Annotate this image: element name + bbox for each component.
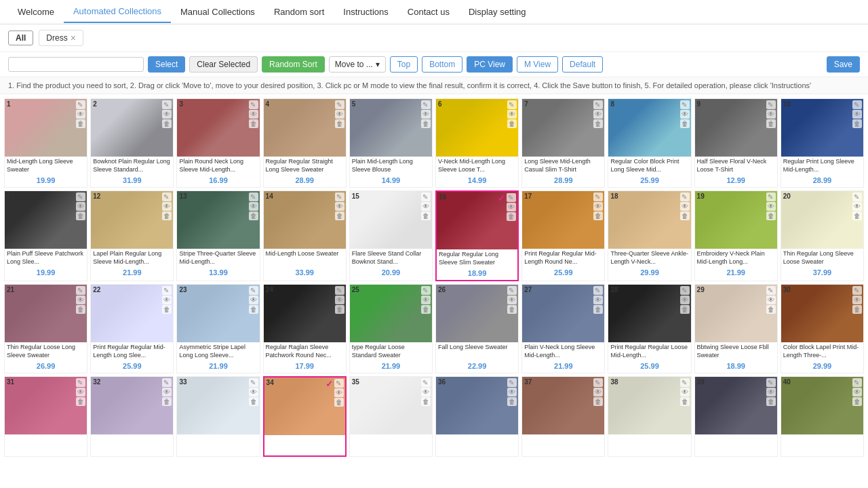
eye-icon[interactable]: 👁 bbox=[852, 388, 862, 396]
delete-icon[interactable]: 🗑 bbox=[507, 119, 517, 128]
delete-icon[interactable]: 🗑 bbox=[852, 397, 862, 406]
edit-icon[interactable]: ✎ bbox=[249, 192, 258, 201]
delete-icon[interactable]: 🗑 bbox=[421, 397, 431, 406]
delete-icon[interactable]: 🗑 bbox=[421, 119, 431, 128]
delete-icon[interactable]: 🗑 bbox=[766, 211, 776, 220]
edit-icon[interactable]: ✎ bbox=[76, 378, 85, 387]
edit-icon[interactable]: ✎ bbox=[335, 286, 344, 295]
product-card[interactable]: 16 ✎ 👁 🗑 ✓ Regular Regular Long Sleeve S… bbox=[435, 190, 519, 281]
edit-icon[interactable]: ✎ bbox=[680, 192, 690, 201]
eye-icon[interactable]: 👁 bbox=[766, 110, 776, 119]
edit-icon[interactable]: ✎ bbox=[852, 378, 862, 387]
product-card[interactable]: 28 ✎ 👁 🗑 Print Regular Regular Loose Mid… bbox=[608, 284, 691, 373]
delete-icon[interactable]: 🗑 bbox=[335, 119, 344, 128]
edit-icon[interactable]: ✎ bbox=[421, 192, 431, 201]
eye-icon[interactable]: 👁 bbox=[507, 388, 517, 396]
edit-icon[interactable]: ✎ bbox=[76, 192, 85, 201]
delete-icon[interactable]: 🗑 bbox=[335, 305, 344, 314]
product-card[interactable]: 17 ✎ 👁 🗑 Print Regular Regular Mid-Lengt… bbox=[521, 190, 605, 281]
eye-icon[interactable]: 👁 bbox=[421, 110, 431, 119]
edit-icon[interactable]: ✎ bbox=[593, 192, 603, 201]
eye-icon[interactable]: 👁 bbox=[421, 388, 431, 396]
delete-icon[interactable]: 🗑 bbox=[680, 305, 690, 314]
product-card[interactable]: 21 ✎ 👁 🗑 Thin Regular Loose Long Sleeve … bbox=[4, 284, 87, 373]
eye-icon[interactable]: 👁 bbox=[680, 110, 690, 119]
eye-icon[interactable]: 👁 bbox=[162, 296, 172, 304]
product-card[interactable]: 30 ✎ 👁 🗑 Color Block Lapel Print Mid-Len… bbox=[781, 284, 864, 373]
eye-icon[interactable]: 👁 bbox=[680, 296, 690, 304]
delete-icon[interactable]: 🗑 bbox=[766, 119, 776, 128]
eye-icon[interactable]: 👁 bbox=[593, 388, 603, 396]
delete-icon[interactable]: 🗑 bbox=[335, 211, 344, 220]
nav-random-sort[interactable]: Random sort bbox=[264, 1, 334, 22]
eye-icon[interactable]: 👁 bbox=[507, 203, 516, 211]
product-card[interactable]: 19 ✎ 👁 🗑 Embroidery V-Neck Plain Mid-Len… bbox=[694, 190, 778, 281]
delete-icon[interactable]: 🗑 bbox=[249, 211, 258, 220]
delete-icon[interactable]: 🗑 bbox=[249, 119, 258, 128]
edit-icon[interactable]: ✎ bbox=[507, 286, 517, 295]
product-card[interactable]: 13 ✎ 👁 🗑 Stripe Three-Quarter Sleeve Mid… bbox=[176, 190, 260, 281]
eye-icon[interactable]: 👁 bbox=[852, 202, 862, 211]
clear-selected-button[interactable]: Clear Selected bbox=[189, 56, 258, 73]
edit-icon[interactable]: ✎ bbox=[593, 100, 603, 109]
eye-icon[interactable]: 👁 bbox=[852, 110, 862, 119]
edit-icon[interactable]: ✎ bbox=[249, 378, 258, 387]
eye-icon[interactable]: 👁 bbox=[593, 202, 603, 211]
eye-icon[interactable]: 👁 bbox=[766, 296, 776, 304]
product-card[interactable]: 5 ✎ 👁 🗑 Plain Mid-Length Long Sleeve Blo… bbox=[349, 98, 433, 188]
product-card[interactable]: 37 ✎ 👁 🗑 bbox=[521, 376, 605, 457]
eye-icon[interactable]: 👁 bbox=[76, 110, 85, 119]
delete-icon[interactable]: 🗑 bbox=[421, 305, 431, 314]
eye-icon[interactable]: 👁 bbox=[335, 296, 344, 304]
edit-icon[interactable]: ✎ bbox=[680, 286, 690, 295]
edit-icon[interactable]: ✎ bbox=[162, 286, 172, 295]
edit-icon[interactable]: ✎ bbox=[593, 286, 603, 295]
nav-contact-us[interactable]: Contact us bbox=[398, 1, 459, 22]
eye-icon[interactable]: 👁 bbox=[507, 296, 517, 304]
bottom-button[interactable]: Bottom bbox=[422, 56, 462, 73]
edit-icon[interactable]: ✎ bbox=[421, 286, 431, 295]
delete-icon[interactable]: 🗑 bbox=[162, 305, 172, 314]
filter-dress[interactable]: Dress × bbox=[39, 30, 83, 46]
product-ids-input[interactable]: 1716687939575,1718564716599 bbox=[8, 57, 144, 72]
nav-automated-collections[interactable]: Automated Collections bbox=[64, 1, 171, 23]
delete-icon[interactable]: 🗑 bbox=[421, 211, 431, 220]
product-card[interactable]: 33 ✎ 👁 🗑 bbox=[176, 376, 260, 457]
random-sort-button[interactable]: Random Sort bbox=[262, 56, 325, 73]
pc-view-button[interactable]: PC View bbox=[467, 56, 513, 73]
edit-icon[interactable]: ✎ bbox=[162, 192, 172, 201]
edit-icon[interactable]: ✎ bbox=[249, 286, 258, 295]
product-card[interactable]: 7 ✎ 👁 🗑 Long Sleeve Mid-Length Casual Sl… bbox=[521, 98, 605, 188]
product-card[interactable]: 8 ✎ 👁 🗑 Regular Color Block Print Long S… bbox=[608, 98, 691, 188]
edit-icon[interactable]: ✎ bbox=[766, 100, 776, 109]
product-card[interactable]: 18 ✎ 👁 🗑 Three-Quarter Sleeve Ankle-Leng… bbox=[608, 190, 691, 281]
top-button[interactable]: Top bbox=[390, 56, 418, 73]
edit-icon[interactable]: ✎ bbox=[507, 100, 517, 109]
delete-icon[interactable]: 🗑 bbox=[507, 397, 517, 406]
product-card[interactable]: 38 ✎ 👁 🗑 bbox=[608, 376, 691, 457]
edit-icon[interactable]: ✎ bbox=[249, 100, 258, 109]
product-card[interactable]: 1 ✎ 👁 🗑 Mid-Length Long Sleeve Sweater 1… bbox=[4, 98, 87, 188]
edit-icon[interactable]: ✎ bbox=[421, 100, 431, 109]
delete-icon[interactable]: 🗑 bbox=[507, 212, 516, 221]
product-card[interactable]: 3 ✎ 👁 🗑 Plain Round Neck Long Sleeve Mid… bbox=[176, 98, 260, 188]
eye-icon[interactable]: 👁 bbox=[766, 388, 776, 396]
edit-icon[interactable]: ✎ bbox=[507, 378, 517, 387]
edit-icon[interactable]: ✎ bbox=[76, 286, 85, 295]
eye-icon[interactable]: 👁 bbox=[334, 388, 344, 397]
product-card[interactable]: 9 ✎ 👁 🗑 Half Sleeve Floral V-Neck Loose … bbox=[694, 98, 778, 188]
product-card[interactable]: 23 ✎ 👁 🗑 Asymmetric Stripe Lapel Long Lo… bbox=[176, 284, 260, 373]
nav-welcome[interactable]: Welcome bbox=[8, 1, 64, 22]
delete-icon[interactable]: 🗑 bbox=[680, 211, 690, 220]
eye-icon[interactable]: 👁 bbox=[593, 110, 603, 119]
edit-icon[interactable]: ✎ bbox=[335, 192, 344, 201]
product-card[interactable]: 34 ✎ 👁 🗑 ✓ bbox=[263, 376, 347, 457]
filter-all[interactable]: All bbox=[8, 30, 33, 45]
eye-icon[interactable]: 👁 bbox=[249, 110, 258, 119]
delete-icon[interactable]: 🗑 bbox=[852, 211, 862, 220]
delete-icon[interactable]: 🗑 bbox=[680, 397, 690, 406]
product-card[interactable]: 2 ✎ 👁 🗑 Bowknot Plain Regular Long Sleev… bbox=[90, 98, 174, 188]
delete-icon[interactable]: 🗑 bbox=[162, 211, 172, 220]
product-card[interactable]: 25 ✎ 👁 🗑 type Regular Loose Standard Swe… bbox=[349, 284, 433, 373]
product-card[interactable]: 15 ✎ 👁 🗑 Flare Sleeve Stand Collar Bowkn… bbox=[349, 190, 433, 281]
